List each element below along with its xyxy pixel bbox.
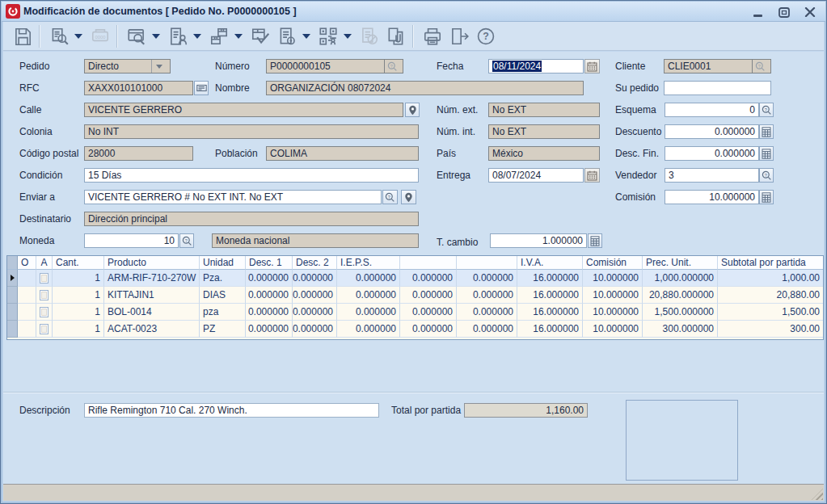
- client-document-dropdown-icon[interactable]: [191, 24, 203, 48]
- grid-cell[interactable]: 16.000000: [517, 287, 583, 304]
- print-icon[interactable]: [419, 24, 445, 48]
- grid-cell[interactable]: BOL-0014: [104, 304, 200, 321]
- document-search-dropdown-icon[interactable]: [72, 24, 84, 48]
- grid-cell[interactable]: 0.000000: [400, 270, 457, 287]
- row-checkbox[interactable]: [40, 307, 49, 317]
- grid-row[interactable]: 1ACAT-0023PZ0.0000000.0000000.0000000.00…: [7, 321, 823, 338]
- desc-fin-field[interactable]: 0.000000: [665, 146, 759, 161]
- grid-cell[interactable]: 20,880.000000: [643, 287, 718, 304]
- rfc-field[interactable]: XAXX010101000: [84, 81, 193, 95]
- grid-cell[interactable]: 0.000000: [400, 321, 457, 338]
- numero-field[interactable]: P0000000105 ?: [266, 59, 403, 74]
- esquema-field[interactable]: 0: [665, 103, 759, 117]
- enviar-a-map-pin-button[interactable]: [401, 190, 416, 204]
- descripcion-field[interactable]: Rifle Remington 710 Cal. 270 Winch.: [84, 403, 379, 418]
- grid-col-desc-2[interactable]: Desc. 2: [293, 256, 337, 270]
- grid-cell[interactable]: [18, 270, 36, 287]
- grid-col-i-v-a-[interactable]: I.V.A.: [517, 256, 583, 270]
- grid-cell[interactable]: 1: [53, 321, 104, 338]
- grid-row[interactable]: 1KITTAJIN1DIAS0.0000000.0000000.0000000.…: [7, 287, 823, 304]
- grid-cell[interactable]: 1: [53, 287, 104, 304]
- grid-cell[interactable]: KITTAJIN1: [104, 287, 200, 304]
- grid-col-o[interactable]: O: [18, 256, 36, 270]
- document-search-icon[interactable]: [45, 24, 72, 48]
- grid-col-producto[interactable]: Producto: [104, 256, 200, 270]
- grid-cell[interactable]: 16.000000: [517, 270, 583, 287]
- codigo-postal-field[interactable]: 28000: [84, 146, 193, 161]
- grid-col-blank-8[interactable]: [400, 256, 457, 270]
- grid-col-unidad[interactable]: Unidad: [200, 256, 246, 270]
- calle-map-pin-button[interactable]: [405, 103, 420, 117]
- grid-cell[interactable]: ARM-RIF-710-270W: [104, 270, 200, 287]
- grid-cell[interactable]: [18, 321, 36, 338]
- grid-cell[interactable]: [36, 270, 53, 287]
- vendedor-search-button[interactable]: ?: [759, 168, 774, 183]
- close-button[interactable]: [801, 6, 819, 19]
- grid-cell[interactable]: 0.000000: [457, 287, 517, 304]
- grid-col-comisi-n[interactable]: Comisión: [583, 256, 643, 270]
- grid-cell[interactable]: 0.000000: [337, 321, 400, 338]
- grid-cell[interactable]: 16.000000: [517, 321, 583, 338]
- grid-cell[interactable]: [36, 287, 53, 304]
- qr-code-icon[interactable]: [314, 24, 341, 48]
- moneda-nombre-field[interactable]: Moneda nacional: [212, 233, 419, 248]
- grid-cell[interactable]: 0.000000: [457, 304, 517, 321]
- enviar-a-search-button[interactable]: ?: [382, 190, 398, 204]
- row-checkbox[interactable]: [40, 324, 49, 334]
- grid-cell[interactable]: DIAS: [200, 287, 246, 304]
- esquema-search-button[interactable]: ?: [759, 103, 774, 117]
- grid-col-subtotal-por-partida[interactable]: Subtotal por partida: [718, 256, 823, 270]
- t-cambio-calculator-button[interactable]: [588, 233, 602, 248]
- poblacion-field[interactable]: COLIMA: [266, 146, 419, 161]
- nombre-field[interactable]: ORGANIZACIÓN 08072024: [266, 81, 584, 95]
- inventory-dropdown-icon[interactable]: [232, 24, 244, 48]
- grid-cell[interactable]: ACAT-0023: [104, 321, 200, 338]
- grid-cell[interactable]: 0.000000: [246, 304, 293, 321]
- grid-cell[interactable]: 0.000000: [337, 287, 400, 304]
- attachment-icon[interactable]: [382, 24, 409, 48]
- resize-grip-icon[interactable]: [812, 489, 823, 500]
- fecha-calendar-button[interactable]: [584, 59, 600, 74]
- row-selector[interactable]: [7, 270, 18, 287]
- rfc-validate-button[interactable]: [194, 81, 209, 95]
- minimize-button[interactable]: [749, 6, 767, 19]
- grid-cell[interactable]: 0.000000: [246, 287, 293, 304]
- grid-cell[interactable]: 0.000000: [293, 304, 337, 321]
- preview-icon[interactable]: [123, 24, 150, 48]
- grid-cell[interactable]: [36, 321, 53, 338]
- grid-cell[interactable]: 1,000.000000: [643, 270, 718, 287]
- grid-col-a[interactable]: A: [36, 256, 53, 270]
- grid-col-prec-unit-[interactable]: Prec. Unit.: [643, 256, 718, 270]
- save-icon[interactable]: [9, 24, 36, 48]
- row-checkbox[interactable]: [40, 290, 49, 300]
- num-int-field[interactable]: No EXT: [488, 124, 600, 139]
- help-icon[interactable]: ?: [472, 24, 499, 48]
- num-ext-field[interactable]: No EXT: [488, 103, 600, 117]
- grid-cell[interactable]: 0.000000: [293, 270, 337, 287]
- preview-dropdown-icon[interactable]: [150, 24, 162, 48]
- grid-cell[interactable]: 10.000000: [583, 287, 643, 304]
- entrega-field[interactable]: 08/07/2024: [488, 168, 584, 183]
- grid-cell[interactable]: PZ: [200, 321, 246, 338]
- t-cambio-field[interactable]: 1.000000: [490, 233, 587, 248]
- destinatario-field[interactable]: Dirección principal: [84, 212, 419, 226]
- exit-icon[interactable]: [445, 24, 472, 48]
- grid-cell[interactable]: 1: [53, 270, 104, 287]
- qr-code-dropdown-icon[interactable]: [341, 24, 353, 48]
- grid-cell[interactable]: 0.000000: [400, 304, 457, 321]
- grid-cell[interactable]: 0.000000: [293, 321, 337, 338]
- grid-cell[interactable]: 1,500.000000: [643, 304, 718, 321]
- grid-cell[interactable]: 1,500.00: [718, 304, 823, 321]
- descuento-calculator-button[interactable]: [759, 124, 774, 139]
- desc-fin-calculator-button[interactable]: [759, 146, 774, 161]
- grid-cell[interactable]: 0.000000: [293, 287, 337, 304]
- grid-cell[interactable]: 1: [53, 304, 104, 321]
- grid-cell[interactable]: [18, 304, 36, 321]
- document-related-icon[interactable]: [273, 24, 300, 48]
- comision-calculator-button[interactable]: [759, 190, 774, 204]
- entrega-calendar-button[interactable]: [584, 168, 600, 183]
- descuento-field[interactable]: 0.000000: [665, 124, 759, 139]
- grid-cell[interactable]: 1,000.00: [718, 270, 823, 287]
- grid-cell[interactable]: 16.000000: [517, 304, 583, 321]
- grid-cell[interactable]: 10.000000: [583, 304, 643, 321]
